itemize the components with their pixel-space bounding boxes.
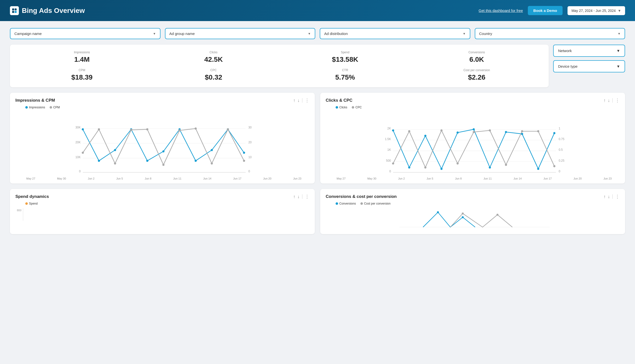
- metrics-card: Impressions 1.4M Clicks 42.5K Spend $13.…: [10, 45, 549, 87]
- cpm-legend-label: CPM: [53, 106, 60, 109]
- svg-point-80: [462, 212, 464, 214]
- x-label-c2: Jun 2: [398, 177, 405, 180]
- impressions-legend-label: Impressions: [29, 106, 45, 109]
- svg-point-71: [489, 130, 491, 132]
- svg-point-20: [146, 160, 149, 162]
- svg-point-16: [82, 128, 84, 130]
- charts-row-2: Spend dynamics ↑ ↓ ⋮ Spend 800: [10, 189, 625, 234]
- svg-point-21: [163, 150, 165, 152]
- svg-point-56: [424, 135, 427, 137]
- ad-distribution-filter[interactable]: Ad distribution ▼: [320, 28, 470, 39]
- clicks-legend-label: Clicks: [339, 106, 347, 109]
- x-label-6: Jun 14: [203, 177, 211, 180]
- clicks-metric: Clicks 42.5K: [149, 50, 278, 64]
- spend-axis-line: [23, 208, 23, 221]
- conversions-metric: Conversions 6.0K: [412, 50, 541, 64]
- more-options-icon[interactable]: ⋮: [305, 98, 309, 103]
- impressions-cpm-chart-header: Impressions & CPM ↑ ↓ ⋮: [15, 98, 309, 103]
- sort-desc-icon[interactable]: ↓: [297, 98, 300, 103]
- date-picker-arrow-icon: ▼: [618, 9, 621, 13]
- spend-metric: Spend $13.58K: [281, 50, 410, 64]
- cpc-metric: CPC $0.32: [149, 68, 278, 81]
- campaign-name-filter[interactable]: Campaign name ▼: [10, 28, 161, 39]
- svg-point-31: [146, 128, 149, 130]
- date-range-picker[interactable]: May 27, 2024 - Jun 25, 2024 ▼: [567, 6, 625, 15]
- cost-per-conversion-legend-dot: [360, 202, 363, 205]
- network-filter[interactable]: Network ▼: [553, 45, 625, 57]
- svg-point-73: [521, 130, 523, 132]
- svg-point-27: [82, 152, 84, 154]
- cost-per-conversion-label: Cost per conversion: [412, 68, 541, 72]
- svg-point-18: [114, 149, 116, 151]
- svg-point-26: [243, 152, 245, 154]
- svg-point-66: [408, 130, 410, 132]
- x-label-1: May 30: [57, 177, 66, 180]
- svg-point-75: [553, 165, 556, 167]
- svg-point-59: [473, 128, 475, 130]
- coupler-logo-icon: [10, 6, 19, 15]
- controls-divider: [302, 98, 302, 103]
- charts-row-1: Impressions & CPM ↑ ↓ ⋮ Impressions CPM: [10, 93, 625, 184]
- more-options-icon-3[interactable]: ⋮: [305, 194, 309, 199]
- svg-point-28: [98, 128, 100, 130]
- svg-text:0: 0: [559, 170, 560, 173]
- ad-group-name-label: Ad group name: [169, 32, 195, 36]
- impressions-cpm-x-labels: May 27 May 30 Jun 2 Jun 5 Jun 8 Jun 11 J…: [26, 177, 301, 180]
- sort-asc-icon-4[interactable]: ↑: [603, 194, 606, 199]
- x-label-2: Jun 2: [88, 177, 95, 180]
- impressions-value: 1.4M: [17, 56, 147, 64]
- conversions-partial-svg: [326, 207, 620, 230]
- x-label-c3: Jun 5: [427, 177, 433, 180]
- impressions-legend-item: Impressions: [25, 106, 45, 109]
- book-demo-button[interactable]: Book a Demo: [528, 6, 562, 15]
- ctr-metric: CTR 5.75%: [281, 68, 410, 81]
- get-dashboard-link[interactable]: Get this dashboard for free: [479, 8, 523, 13]
- svg-text:0: 0: [79, 170, 81, 173]
- impressions-cpm-controls: ↑ ↓ ⋮: [293, 98, 309, 103]
- ctr-value: 5.75%: [281, 74, 410, 81]
- svg-point-69: [457, 162, 459, 165]
- sort-asc-icon-3[interactable]: ↑: [293, 194, 295, 199]
- impressions-cpm-svg: 0 10K 20K 30K 0 10 20 30: [15, 111, 309, 176]
- svg-text:20: 20: [248, 140, 252, 144]
- x-label-c6: Jun 14: [513, 177, 522, 180]
- svg-point-55: [408, 166, 410, 168]
- country-filter[interactable]: Country ▼: [475, 28, 625, 39]
- sort-asc-icon[interactable]: ↑: [293, 98, 295, 103]
- ad-group-name-filter[interactable]: Ad group name ▼: [165, 28, 316, 39]
- svg-point-81: [497, 214, 499, 216]
- x-label-5: Jun 11: [173, 177, 181, 180]
- sort-asc-icon-2[interactable]: ↑: [603, 98, 606, 103]
- spend-value: $13.58K: [281, 56, 410, 64]
- metrics-area: Impressions 1.4M Clicks 42.5K Spend $13.…: [10, 45, 625, 87]
- svg-text:0: 0: [389, 170, 391, 173]
- ctr-label: CTR: [281, 68, 410, 72]
- svg-text:1K: 1K: [387, 148, 391, 152]
- more-options-icon-2[interactable]: ⋮: [615, 98, 620, 103]
- conversions-legend: Conversions Cost per conversion: [336, 202, 620, 205]
- clicks-cpc-chart-card: Clicks & CPC ↑ ↓ ⋮ Clicks CPC: [320, 93, 625, 184]
- svg-point-33: [179, 130, 181, 132]
- impressions-cpm-chart-card: Impressions & CPM ↑ ↓ ⋮ Impressions CPM: [10, 93, 315, 184]
- sort-desc-icon-2[interactable]: ↓: [608, 98, 610, 103]
- svg-rect-1: [15, 8, 17, 10]
- svg-point-23: [195, 160, 197, 162]
- ad-group-name-arrow-icon: ▼: [308, 32, 311, 36]
- svg-point-74: [537, 130, 539, 132]
- network-label: Network: [558, 48, 572, 53]
- svg-point-72: [505, 164, 507, 166]
- svg-point-67: [424, 166, 427, 168]
- spend-label: Spend: [281, 50, 410, 54]
- svg-point-58: [457, 132, 459, 134]
- sort-desc-icon-4[interactable]: ↓: [608, 194, 610, 199]
- spend-chart-header: Spend dynamics ↑ ↓ ⋮: [15, 194, 309, 199]
- cpm-label: CPM: [17, 68, 147, 72]
- svg-text:1.5K: 1.5K: [385, 137, 391, 141]
- svg-point-63: [537, 168, 539, 170]
- more-options-icon-4[interactable]: ⋮: [615, 194, 620, 199]
- svg-point-54: [392, 130, 394, 132]
- app-title: Bing Ads Overview: [22, 7, 85, 15]
- clicks-legend-item: Clicks: [336, 106, 347, 109]
- device-type-filter[interactable]: Device type ▼: [553, 60, 625, 72]
- sort-desc-icon-3[interactable]: ↓: [297, 194, 300, 199]
